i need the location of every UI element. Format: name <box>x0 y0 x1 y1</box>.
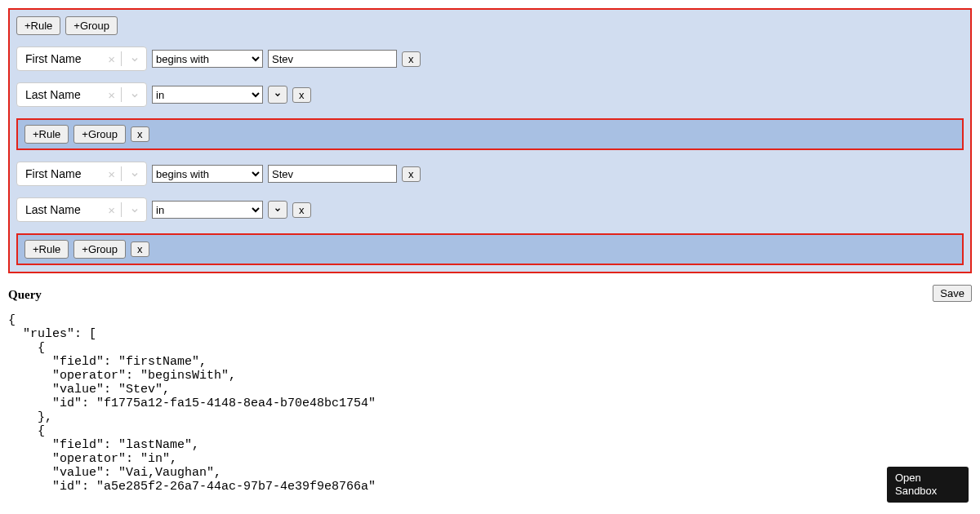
add-rule-button[interactable]: +Rule <box>24 125 69 144</box>
field-select[interactable]: First Name × <box>16 47 147 71</box>
clear-icon[interactable]: × <box>108 203 115 217</box>
field-select-label: Last Name <box>25 203 81 216</box>
save-button[interactable]: Save <box>933 285 972 302</box>
remove-rule-button[interactable]: x <box>292 202 311 218</box>
subgroup-header: +Rule +Group x <box>24 240 956 259</box>
clear-icon[interactable]: × <box>108 167 115 181</box>
sub-rule-group: +Rule +Group x <box>16 118 964 150</box>
operator-select[interactable]: in <box>152 201 263 219</box>
separator <box>121 202 122 217</box>
field-select[interactable]: Last Name × <box>16 82 147 107</box>
field-select[interactable]: First Name × <box>16 162 147 186</box>
chevron-down-icon <box>130 170 140 179</box>
operator-select[interactable]: in <box>152 86 263 104</box>
separator <box>121 166 122 181</box>
add-rule-button[interactable]: +Rule <box>16 16 60 35</box>
field-select-label: First Name <box>25 167 81 180</box>
rule-row: Last Name × in x <box>16 197 964 222</box>
value-input[interactable] <box>268 165 397 183</box>
value-input[interactable] <box>268 50 397 68</box>
add-group-button[interactable]: +Group <box>74 125 126 144</box>
clear-icon[interactable]: × <box>108 52 115 66</box>
chevron-down-icon <box>130 55 140 64</box>
chevron-down-icon <box>130 206 140 215</box>
separator <box>121 51 122 66</box>
field-select-label: First Name <box>25 52 81 65</box>
chevron-down-icon <box>274 91 282 99</box>
add-group-button[interactable]: +Group <box>74 240 126 259</box>
root-rule-group: +Rule +Group First Name × begins with x … <box>8 8 972 273</box>
remove-group-button[interactable]: x <box>131 126 149 142</box>
open-sandbox-button[interactable]: Open Sandbox <box>887 467 969 503</box>
clear-icon[interactable]: × <box>108 88 115 102</box>
add-rule-button[interactable]: +Rule <box>24 240 69 259</box>
value-dropdown-button[interactable] <box>268 201 287 219</box>
rule-row: First Name × begins with x <box>16 162 964 186</box>
operator-select[interactable]: begins with <box>152 165 263 183</box>
operator-select[interactable]: begins with <box>152 50 263 68</box>
field-select-label: Last Name <box>25 88 81 101</box>
remove-rule-button[interactable]: x <box>292 87 311 103</box>
value-dropdown-button[interactable] <box>268 86 287 104</box>
query-heading: Query <box>8 288 42 302</box>
add-group-button[interactable]: +Group <box>65 16 118 35</box>
separator <box>121 87 122 102</box>
subgroup-header: +Rule +Group x <box>24 125 956 144</box>
remove-rule-button[interactable]: x <box>402 51 421 67</box>
chevron-down-icon <box>274 206 282 214</box>
root-group-header: +Rule +Group <box>16 16 964 35</box>
field-select[interactable]: Last Name × <box>16 197 147 222</box>
chevron-down-icon <box>130 91 140 100</box>
sub-rule-group: +Rule +Group x <box>16 233 964 265</box>
remove-group-button[interactable]: x <box>131 241 149 257</box>
rule-row: First Name × begins with x <box>16 47 964 71</box>
remove-rule-button[interactable]: x <box>402 166 421 182</box>
query-json-output: { "rules": [ { "field": "firstName", "op… <box>8 313 972 494</box>
rule-row: Last Name × in x <box>16 82 964 107</box>
query-header-row: Query Save <box>8 285 972 310</box>
